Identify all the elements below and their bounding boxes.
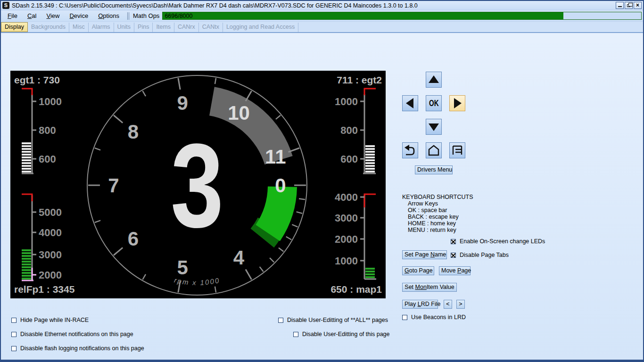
checkbox-box[interactable] (402, 315, 407, 320)
gauge-bar-stripe (22, 156, 31, 158)
gauge-bar-stripe (365, 268, 375, 270)
lrd-next-button[interactable]: > (456, 300, 465, 309)
nav-right-button[interactable] (449, 95, 465, 111)
menu-item-view[interactable]: View (43, 11, 63, 20)
toolbar-separator (127, 12, 129, 20)
use-beacons-checkbox[interactable]: Use Beacons in LRD (402, 314, 466, 321)
gauge-tick-label: 1000 (335, 96, 358, 107)
shortcut-line: BACK : escape key (402, 214, 473, 220)
arrow-right-icon (450, 96, 465, 111)
tab-items[interactable]: Items (153, 23, 174, 32)
checkbox-label: Disable User-Editting of this page (302, 331, 390, 337)
gauge-bar-stripe (22, 249, 31, 251)
tach-number: 6 (128, 228, 139, 250)
checkbox-label: Disasble Ethernet notifications on this … (20, 331, 133, 337)
page-option-checkbox[interactable]: Disasble flash logging notifications on … (11, 345, 144, 352)
drivers-menu-button[interactable]: Drivers Menu (415, 165, 453, 174)
disable-page-tabs-checkbox[interactable]: Disable Page Tabs (451, 252, 509, 258)
math-ops-label: Math Ops (133, 12, 159, 19)
tach-minor-tick (299, 199, 305, 200)
tach-number: 4 (233, 247, 245, 269)
dash-preview[interactable]: 456789101103rpm x 1000egt1 : 730711 : eg… (10, 71, 386, 298)
page-options-right: Disable User-Editting of **ALL** pagesDi… (278, 317, 390, 345)
tab-backgrounds[interactable]: Backgrounds (28, 23, 69, 32)
gauge-bar-stripe (22, 145, 31, 147)
checkbox-label: Hide Page while IN-RACE (20, 317, 89, 323)
tach-number: 10 (228, 102, 250, 124)
gauge-tick-label: 600 (39, 153, 56, 165)
set-page-name-button[interactable]: Set Page Name (402, 250, 447, 259)
menu-item-device[interactable]: Device (66, 11, 91, 20)
page-content: 456789101103rpm x 1000egt1 : 730711 : eg… (1, 33, 643, 360)
gauge-bar-stripe (365, 159, 375, 161)
page-option-checkbox[interactable]: Disable User-Editting of **ALL** pages (278, 317, 390, 323)
checkbox-box[interactable] (278, 318, 283, 323)
checkbox-box[interactable] (451, 253, 456, 258)
gauge-bar-stripe (22, 168, 31, 170)
menu-item-options[interactable]: Options (95, 11, 123, 20)
checkbox-box[interactable] (293, 332, 298, 337)
nav-up-button[interactable] (426, 72, 442, 88)
menu-icon (450, 143, 465, 158)
gauge-bar-stripe (22, 165, 31, 167)
tab-canrx[interactable]: CANrx (174, 23, 199, 32)
checkbox-box[interactable] (11, 332, 17, 337)
play-lrd-file-button[interactable]: Play LRD File (402, 300, 438, 309)
checkbox-box[interactable] (11, 346, 17, 351)
arrow-left-icon (403, 96, 418, 111)
lrd-prev-button[interactable]: < (444, 300, 452, 309)
tab-cantx[interactable]: CANtx (199, 23, 223, 32)
gear-indicator: 3 (171, 119, 223, 252)
enable-onscreen-leds-checkbox[interactable]: Enable On-Screen change LEDs (451, 238, 545, 245)
gauge-bar-stripe (365, 148, 375, 150)
menu-item-cal[interactable]: Cal (24, 11, 40, 20)
shortcut-line: Arrow Keys (402, 200, 473, 207)
nav-left-button[interactable] (402, 95, 418, 111)
page-option-checkbox[interactable]: Hide Page while IN-RACE (11, 317, 144, 323)
tach-number: 9 (177, 92, 188, 114)
checkbox-box[interactable] (451, 239, 456, 244)
tab-logging-and-read-access[interactable]: Logging and Read Access (223, 23, 298, 32)
title-bar[interactable]: S SDash 2.15.349 : C:\Users\Public\Docum… (1, 1, 643, 10)
nav-back-button[interactable] (402, 142, 418, 158)
tach-number: 0 (275, 174, 286, 197)
checkbox-box[interactable] (11, 318, 17, 323)
checkbox-label: Disable User-Editting of **ALL** pages (287, 317, 388, 323)
menu-item-file[interactable]: File (4, 11, 21, 20)
tab-alarms[interactable]: Alarms (89, 23, 114, 32)
set-monitem-value-button[interactable]: Set MonItem Value (402, 283, 457, 292)
tach-number: 7 (108, 174, 119, 197)
gauge-tick-label: 800 (340, 124, 358, 136)
checkbox-label: Disasble flash logging notifications on … (20, 345, 144, 352)
tab-units[interactable]: Units (114, 23, 134, 32)
math-ops-progress-fill (163, 12, 563, 19)
gauge-label: 650 : map1 (330, 284, 382, 295)
gauge-bar-stripe (365, 168, 375, 170)
nav-menu-button[interactable] (449, 142, 465, 158)
page-option-checkbox[interactable]: Disable User-Editting of this page (293, 331, 390, 337)
gauge-bar-stripe (22, 275, 31, 277)
tach-number: 8 (128, 121, 139, 143)
gauge-bar-stripe (22, 263, 31, 265)
move-page-button[interactable]: Move Page (439, 266, 471, 275)
gauge-bar-stripe (365, 151, 375, 153)
restore-button[interactable] (625, 2, 633, 9)
nav-home-button[interactable] (426, 142, 442, 158)
gauge-tick-label: 600 (340, 153, 358, 165)
minimize-button[interactable] (616, 2, 624, 9)
gauge-tick-label: 2000 (39, 269, 62, 281)
gauge-bar-stripe (22, 269, 31, 271)
tab-misc[interactable]: Misc (69, 23, 89, 32)
gauge-bar-stripe (22, 266, 31, 268)
tab-pins[interactable]: Pins (134, 23, 153, 32)
tab-display[interactable]: Display (1, 22, 28, 32)
shortcut-line: MENU : return key (402, 227, 473, 233)
page-option-checkbox[interactable]: Disasble Ethernet notifications on this … (11, 331, 144, 337)
goto-page-button[interactable]: Goto Page (402, 266, 434, 275)
app-window: S SDash 2.15.349 : C:\Users\Public\Docum… (0, 0, 644, 362)
close-icon: × (636, 2, 639, 8)
nav-down-button[interactable] (426, 119, 442, 135)
nav-ok-button[interactable]: OK (426, 95, 442, 111)
gauge-bar-stripe (22, 148, 31, 150)
close-button[interactable]: × (634, 2, 642, 9)
